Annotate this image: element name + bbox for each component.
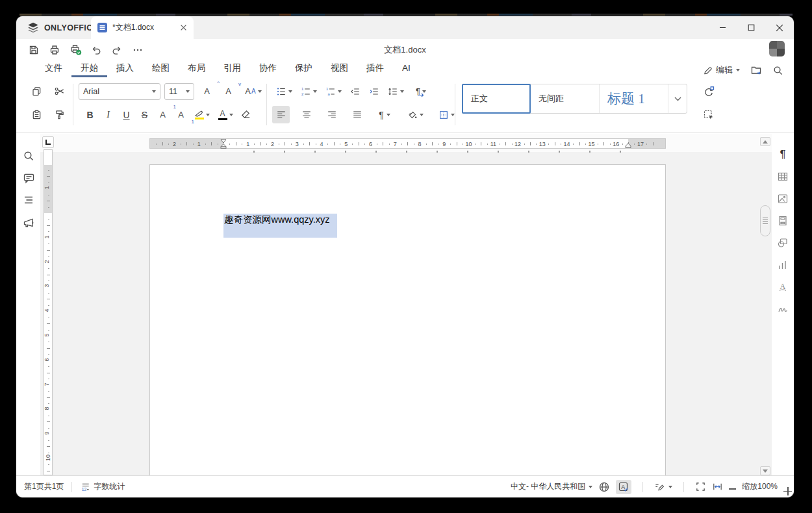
- bold-button[interactable]: B: [81, 106, 99, 123]
- redo-button[interactable]: [107, 42, 127, 58]
- tab-collaboration[interactable]: 协作: [250, 60, 286, 77]
- font-size-select[interactable]: 11: [164, 83, 194, 100]
- subscript-button[interactable]: A1: [172, 106, 190, 123]
- strikethrough-button[interactable]: S: [136, 106, 153, 123]
- close-button[interactable]: [765, 16, 794, 39]
- scroll-up-button[interactable]: [760, 137, 770, 146]
- cut-button[interactable]: [51, 82, 68, 100]
- word-count-button[interactable]: 字数统计: [94, 481, 125, 492]
- increase-indent-button[interactable]: [365, 82, 383, 100]
- borders-button[interactable]: [435, 106, 458, 123]
- style-heading1[interactable]: 标题 1: [600, 84, 668, 113]
- tab-plugins[interactable]: 插件: [357, 60, 393, 77]
- nonprinting-characters-button[interactable]: ¶: [374, 106, 396, 123]
- svg-text:1: 1: [325, 86, 327, 90]
- search-button[interactable]: [772, 65, 783, 76]
- style-normal[interactable]: 正文: [462, 84, 531, 114]
- vertical-scrollbar-thumb[interactable]: [760, 205, 770, 236]
- vertical-ruler[interactable]: 112345678910: [44, 149, 53, 475]
- tab-insert[interactable]: 插入: [107, 60, 143, 77]
- page-count-indicator[interactable]: 第1页共1页: [24, 481, 64, 492]
- find-button[interactable]: [22, 149, 35, 162]
- shape-settings-button[interactable]: [776, 236, 789, 249]
- font-color-button[interactable]: A: [214, 106, 236, 123]
- style-no-spacing[interactable]: 无间距: [531, 84, 600, 113]
- clear-style-button[interactable]: [237, 106, 255, 123]
- tab-protection[interactable]: 保护: [286, 60, 322, 77]
- text-art-settings-button[interactable]: A: [776, 281, 789, 294]
- signature-settings-button[interactable]: [776, 303, 789, 316]
- open-file-location-button[interactable]: [750, 64, 762, 76]
- document-text[interactable]: 趣奇资源网www.qqzy.xyz: [223, 214, 337, 226]
- save-button[interactable]: [24, 42, 44, 58]
- feedback-button[interactable]: [22, 216, 35, 229]
- tab-home[interactable]: 开始: [71, 60, 107, 77]
- document-tab[interactable]: *文档1.docx: [91, 16, 194, 39]
- image-settings-button[interactable]: [776, 192, 789, 205]
- undo-button[interactable]: [86, 42, 106, 58]
- shading-button[interactable]: [403, 106, 427, 123]
- increase-font-size-button[interactable]: A^: [198, 82, 216, 100]
- copy-button[interactable]: [28, 82, 45, 100]
- minimize-button[interactable]: [708, 16, 737, 39]
- headings-navigation-button[interactable]: [22, 194, 35, 206]
- decrease-font-size-button[interactable]: Av: [220, 82, 237, 100]
- more-ellipsis-icon: [132, 44, 144, 56]
- scroll-down-button[interactable]: [760, 466, 770, 475]
- align-center-button[interactable]: [298, 106, 315, 123]
- italic-button[interactable]: I: [99, 106, 117, 123]
- indent-markers[interactable]: [220, 139, 227, 149]
- spell-check-toggle[interactable]: A: [616, 480, 631, 494]
- editing-mode-dropdown[interactable]: 编辑: [703, 64, 740, 76]
- paste-clipboard-icon: [31, 109, 42, 120]
- zoom-out-button[interactable]: [729, 482, 736, 492]
- line-spacing-button[interactable]: [384, 82, 407, 100]
- tab-stop-selector[interactable]: [42, 136, 54, 148]
- horizontal-ruler[interactable]: 211234567891011121314151617: [149, 138, 666, 149]
- select-all-button[interactable]: [700, 106, 717, 123]
- header-footer-settings-button[interactable]: [776, 214, 789, 227]
- superscript-button[interactable]: A1: [154, 106, 171, 123]
- chart-settings-button[interactable]: [776, 258, 789, 271]
- align-right-button[interactable]: [323, 106, 340, 123]
- align-justify-button[interactable]: [348, 106, 366, 123]
- maximize-button[interactable]: [737, 16, 765, 39]
- comments-button[interactable]: [22, 171, 35, 184]
- tab-layout[interactable]: 布局: [179, 60, 214, 77]
- change-case-button[interactable]: AA: [241, 82, 266, 100]
- tab-ai[interactable]: AI: [393, 60, 420, 77]
- zoom-value-label[interactable]: 缩放100%: [742, 481, 778, 492]
- multilevel-list-button[interactable]: 1a: [322, 82, 345, 100]
- tab-draw[interactable]: 绘图: [143, 60, 179, 77]
- print-button[interactable]: [45, 42, 64, 58]
- format-painter-button[interactable]: [51, 106, 68, 123]
- tab-view[interactable]: 视图: [322, 60, 357, 77]
- set-document-language-button[interactable]: [598, 481, 610, 493]
- language-selector[interactable]: 中文- 中华人民共和国: [511, 481, 592, 492]
- decrease-indent-button[interactable]: [346, 82, 364, 100]
- paste-button[interactable]: [28, 106, 45, 123]
- document-page[interactable]: 趣奇资源网www.qqzy.xyz: [149, 164, 666, 475]
- track-changes-button[interactable]: [654, 481, 672, 492]
- tab-file[interactable]: 文件: [36, 60, 71, 77]
- selected-text-block[interactable]: 趣奇资源网www.qqzy.xyz: [223, 214, 337, 238]
- underline-button[interactable]: U: [118, 106, 135, 123]
- paragraph-move-button[interactable]: ¶: [409, 82, 433, 100]
- tab-references[interactable]: 引用: [214, 60, 250, 77]
- quick-print-button[interactable]: [66, 42, 85, 58]
- chevron-down-icon: [400, 90, 404, 93]
- user-avatar[interactable]: [769, 41, 785, 56]
- more-actions-button[interactable]: [128, 42, 147, 58]
- right-indent-marker[interactable]: [625, 143, 631, 148]
- styles-gallery-expand-button[interactable]: [668, 84, 687, 113]
- font-name-select[interactable]: Arial: [79, 83, 160, 100]
- replace-button[interactable]: [700, 82, 717, 100]
- fit-to-width-button[interactable]: [712, 481, 723, 492]
- bullets-button[interactable]: [272, 82, 296, 100]
- paragraph-settings-button[interactable]: ¶: [776, 148, 789, 161]
- table-settings-button[interactable]: [776, 170, 789, 183]
- numbering-button[interactable]: 12: [297, 82, 320, 100]
- fit-to-page-button[interactable]: [695, 481, 706, 492]
- tab-close-icon[interactable]: [180, 24, 187, 31]
- align-left-button[interactable]: [272, 106, 290, 123]
